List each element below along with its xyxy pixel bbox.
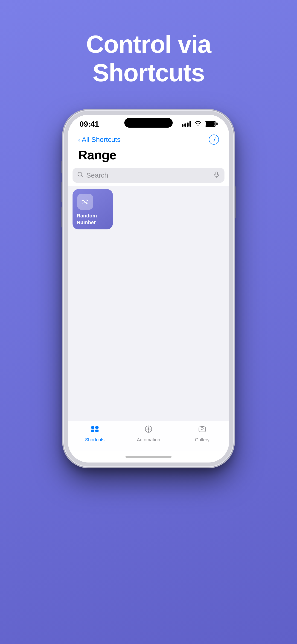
- search-placeholder: Search: [86, 171, 211, 179]
- shortcuts-tab-icon: [90, 424, 100, 436]
- svg-rect-4: [91, 426, 94, 429]
- battery-icon: [205, 121, 218, 127]
- mic-icon: [214, 171, 220, 180]
- svg-rect-6: [91, 430, 94, 432]
- svg-rect-2: [216, 172, 218, 175]
- search-bar-wrapper: Search: [68, 166, 229, 186]
- hero-title: Control via Shortcuts: [86, 30, 211, 87]
- info-button[interactable]: 𝑖: [209, 134, 219, 145]
- svg-line-1: [82, 176, 83, 177]
- volume-up-button: [62, 182, 63, 202]
- automation-tab-label: Automation: [137, 437, 160, 442]
- shuffle-icon: [81, 198, 90, 206]
- phone-mockup: 09:41: [63, 110, 234, 467]
- gallery-tab-icon: [198, 424, 207, 436]
- tab-gallery[interactable]: Gallery: [188, 424, 216, 442]
- tab-shortcuts[interactable]: Shortcuts: [81, 424, 109, 442]
- home-bar: [126, 456, 172, 458]
- shortcut-card-random-number[interactable]: RandomNumber: [72, 189, 113, 230]
- shortcut-icon-bg: [77, 194, 93, 210]
- svg-rect-5: [95, 426, 98, 429]
- signal-icon: [182, 121, 191, 127]
- wifi-icon: [194, 120, 202, 128]
- search-bar[interactable]: Search: [72, 168, 224, 183]
- back-button[interactable]: ‹ All Shortcuts: [78, 136, 120, 144]
- status-time: 09:41: [80, 120, 99, 128]
- info-icon: 𝑖: [213, 136, 215, 143]
- automation-tab-icon: [144, 424, 153, 436]
- home-indicator: [68, 451, 229, 462]
- svg-point-11: [201, 428, 203, 430]
- phone-frame: 09:41: [63, 110, 234, 467]
- phone-screen: 09:41: [68, 115, 229, 462]
- mute-button: [62, 161, 63, 174]
- shortcuts-tab-label: Shortcuts: [85, 437, 104, 442]
- gallery-tab-label: Gallery: [195, 437, 210, 442]
- volume-down-button: [62, 207, 63, 228]
- tab-bar: Shortcuts Automation: [68, 421, 229, 451]
- shortcut-label: RandomNumber: [77, 212, 97, 226]
- screen-content: ‹ All Shortcuts 𝑖 Range: [68, 131, 229, 421]
- chevron-left-icon: ‹: [78, 136, 80, 144]
- shortcuts-grid: RandomNumber: [68, 186, 229, 421]
- nav-bar: ‹ All Shortcuts 𝑖: [68, 131, 229, 146]
- back-label: All Shortcuts: [82, 136, 120, 144]
- page-title: Range: [68, 146, 229, 166]
- status-icons: [182, 120, 218, 128]
- search-icon: [77, 171, 84, 180]
- power-button: [234, 186, 236, 218]
- dynamic-island: [124, 118, 173, 128]
- tab-automation[interactable]: Automation: [135, 424, 162, 442]
- svg-rect-7: [95, 430, 98, 432]
